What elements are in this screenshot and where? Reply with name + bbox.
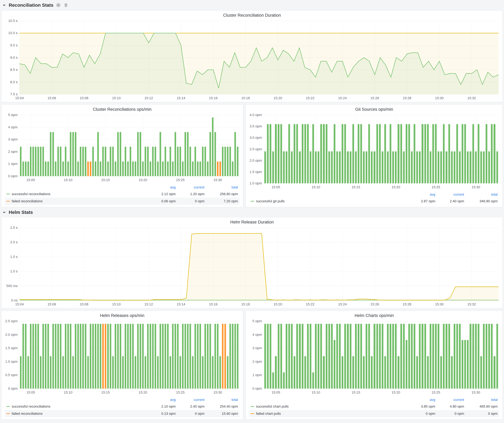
bar [288,115,290,183]
legend-sort-avg[interactable]: avg [407,193,435,197]
panel-title[interactable]: Git Sources ops/min [246,105,503,112]
series-label[interactable]: failed reconciliations [12,412,42,416]
series-label[interactable]: successful chart pulls [256,405,289,409]
bar [89,115,92,176]
bar [336,321,338,388]
bar-segment [342,124,343,183]
bar [314,115,317,183]
series-swatch-icon [251,201,254,201]
x-axis-label: 15:10 [112,96,121,100]
bar-segment [92,147,94,176]
bar-segment [272,151,274,183]
legend-sort-current[interactable]: current [176,185,204,189]
bar-segment [435,124,437,183]
bar-segment [456,124,458,183]
panel-title[interactable]: Helm Charts ops/min [246,311,503,319]
plot-area[interactable] [19,115,239,176]
git-sources-chart: 4.0 opm3.5 opm3.0 opm2.5 opm2.0 opm1.5 o… [246,112,503,191]
bar-segment [115,162,116,176]
bar-segment [37,147,39,176]
bar [164,321,167,388]
gear-icon[interactable] [56,3,61,7]
y-axis-label: 1.0 s [10,269,18,273]
bar-segment [207,324,209,388]
bar-segment [355,151,357,183]
x-axis-label: 15:15 [101,178,110,182]
legend-sort-avg[interactable]: avg [407,398,435,402]
bar [227,115,229,176]
bar [49,321,52,388]
bar-segment [160,324,161,388]
plot-area[interactable] [19,321,239,388]
bar-segment [67,162,69,176]
bar [59,321,62,388]
series-label[interactable]: failed reconciliations [12,199,42,203]
bar [122,115,124,176]
plot-area[interactable] [19,21,498,94]
legend-sort-total[interactable]: total [464,193,498,197]
bar [112,115,114,176]
bar [400,321,402,388]
legend-sort-current[interactable]: current [435,193,464,197]
series-label[interactable]: successful git pulls [256,199,285,203]
bar [392,115,395,183]
legend-sort-avg[interactable]: avg [148,398,176,402]
bar-segment [478,324,479,388]
legend-row: failed reconciliations0.13 opm0 opm15.60… [5,410,240,417]
legend: avgcurrenttotalsuccessful reconciliation… [1,396,243,419]
bar [448,115,450,183]
bar-segment [384,124,386,183]
bar [169,321,172,388]
series-label[interactable]: successful reconciliations [12,405,50,409]
bar [104,321,107,388]
section-title[interactable]: Helm Stats [9,210,33,215]
legend-value: 256.80 opm [204,192,238,196]
bar-segment [90,162,91,176]
bar [152,321,154,388]
series-label[interactable]: successful reconciliations [12,192,50,196]
bar-segment [411,151,413,183]
panel-title[interactable]: Cluster Reconciliations ops/min [1,105,243,112]
bar-segment [336,151,338,183]
legend-sort-total[interactable]: total [204,398,238,402]
bar-segment [296,124,298,183]
plot-area[interactable] [19,228,498,300]
bar-segment [379,124,381,183]
dashboard: Reconciliation Stats Cluster Reconciliat… [0,0,504,422]
legend-sort-current[interactable]: current [176,398,204,402]
legend-sort-total[interactable]: total [204,185,238,189]
chevron-down-icon[interactable] [2,210,6,214]
plot-area[interactable] [264,115,498,183]
panel-title[interactable]: Helm Releases ops/min [1,311,243,319]
section-title[interactable]: Reconciliation Stats [9,2,54,8]
panel-title[interactable]: Cluster Reconciliation Duration [1,11,503,18]
bar-segment [286,151,287,183]
chevron-down-icon[interactable] [2,3,6,7]
plot-area[interactable] [264,321,498,388]
bar [44,115,47,176]
legend-sort-avg[interactable]: avg [148,185,176,189]
section-helm-stats: Helm Stats [1,207,503,217]
bar-segment [392,151,394,183]
panel-title[interactable]: Helm Release Duration [1,217,503,225]
series-label[interactable]: failed chart pulls [256,412,281,416]
trash-icon[interactable] [64,3,68,7]
bar [269,321,272,388]
legend-sort-total[interactable]: total [464,398,498,402]
bar-segment [427,124,429,183]
bar-segment [50,356,51,388]
y-axis-label: 4.0 opm [250,113,262,117]
bar-segment [475,151,477,183]
bar-segment [130,147,131,176]
bar [472,321,474,388]
legend-sort-current[interactable]: current [435,398,464,402]
x-axis-label: 15:14 [177,96,185,100]
y-axis-label: 7.5 s [10,92,18,96]
bar-segment [373,324,375,388]
bar [352,115,354,183]
bar [405,321,408,388]
y-axis-label: 10.0 s [8,31,18,35]
x-axis-label: 15:25 [432,185,440,189]
bar [277,115,280,183]
bar-segment [105,324,106,388]
